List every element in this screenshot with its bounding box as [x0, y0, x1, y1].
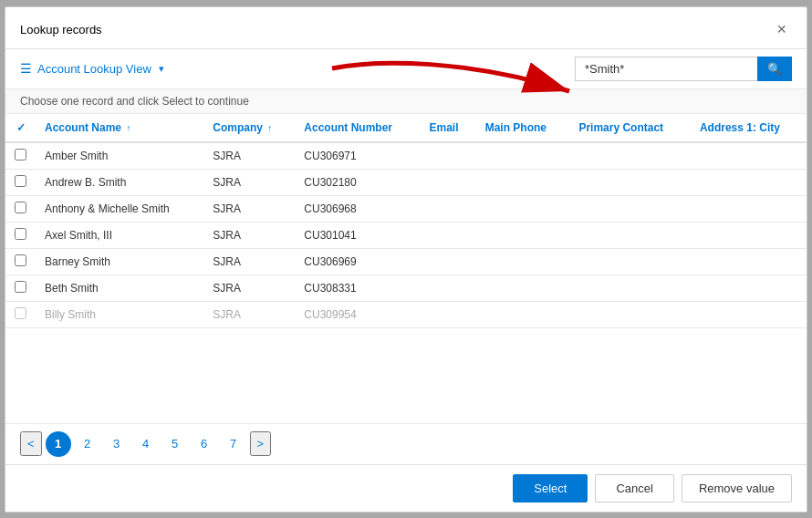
account-number-header[interactable]: Account Number: [295, 114, 420, 142]
pagination: < 1 2 3 4 5 6 7 >: [5, 423, 807, 464]
account-name-cell: Barney Smith: [36, 248, 203, 275]
row-checkbox[interactable]: [15, 254, 26, 266]
row-checkbox[interactable]: [15, 175, 26, 187]
table-row[interactable]: Amber Smith SJRA CU306971: [5, 142, 807, 170]
row-checkbox[interactable]: [15, 228, 26, 240]
main-phone-cell: [476, 169, 570, 195]
view-selector[interactable]: ☰ Account Lookup View ▾: [20, 61, 164, 76]
main-phone-cell: [476, 248, 570, 275]
row-checkbox-cell: [5, 195, 36, 222]
account-name-cell: Axel Smith, III: [36, 222, 203, 248]
email-header[interactable]: Email: [421, 114, 476, 142]
row-checkbox-cell: [5, 222, 36, 248]
account-number-cell: CU306971: [295, 142, 420, 170]
main-phone-cell: [476, 195, 570, 222]
sort-icon: ↑: [267, 123, 272, 133]
address-city-cell: [691, 222, 807, 248]
row-checkbox[interactable]: [15, 202, 26, 213]
cancel-button[interactable]: Cancel: [595, 474, 673, 502]
page-6-button[interactable]: 6: [192, 432, 217, 455]
account-name-cell: Beth Smith: [36, 275, 203, 301]
close-button[interactable]: ×: [771, 18, 792, 41]
table-container: ✓ Account Name ↑ Company ↑ Account Numbe…: [5, 114, 807, 423]
email-cell: [421, 222, 476, 248]
table-row[interactable]: Billy Smith SJRA CU309954: [5, 301, 807, 327]
company-cell: SJRA: [203, 195, 295, 222]
page-4-button[interactable]: 4: [133, 432, 159, 455]
select-button[interactable]: Select: [513, 474, 588, 502]
address-city-cell: [691, 275, 807, 301]
account-name-cell: Anthony & Michelle Smith: [36, 195, 203, 222]
table-header-row: ✓ Account Name ↑ Company ↑ Account Numbe…: [5, 114, 807, 142]
account-number-cell: CU302180: [295, 169, 420, 195]
remove-value-button[interactable]: Remove value: [682, 474, 792, 502]
main-phone-cell: [476, 275, 570, 301]
email-cell: [421, 275, 476, 301]
list-icon: ☰: [20, 61, 32, 76]
company-cell: SJRA: [203, 142, 295, 170]
next-page-button[interactable]: >: [250, 431, 272, 456]
page-3-button[interactable]: 3: [104, 432, 130, 455]
table-row[interactable]: Beth Smith SJRA CU308331: [5, 275, 807, 301]
main-phone-header[interactable]: Main Phone: [476, 114, 570, 142]
primary-contact-header[interactable]: Primary Contact: [569, 114, 691, 142]
toolbar: ☰ Account Lookup View ▾ 🔍: [5, 49, 807, 89]
email-cell: [421, 248, 476, 275]
row-checkbox-cell: [5, 169, 36, 195]
company-cell: SJRA: [203, 248, 295, 275]
row-checkbox-cell: [5, 301, 36, 327]
account-name-header[interactable]: Account Name ↑: [36, 114, 203, 142]
checkmark-icon: ✓: [16, 121, 26, 134]
row-checkbox-cell: [5, 275, 36, 301]
address-city-cell: [691, 169, 807, 195]
address-city-cell: [691, 142, 807, 170]
account-name-cell: Andrew B. Smith: [36, 169, 203, 195]
main-phone-cell: [476, 222, 570, 248]
account-name-cell: Amber Smith: [36, 142, 203, 170]
row-checkbox-cell: [5, 248, 36, 275]
account-number-cell: CU301041: [295, 222, 420, 248]
company-cell: SJRA: [203, 222, 295, 248]
email-cell: [421, 195, 476, 222]
view-label: Account Lookup View: [37, 62, 151, 76]
table-row[interactable]: Barney Smith SJRA CU306969: [5, 248, 807, 275]
search-button[interactable]: 🔍: [757, 57, 792, 81]
table-row[interactable]: Anthony & Michelle Smith SJRA CU306968: [5, 195, 807, 222]
lookup-modal: Lookup records × ☰ Account Lookup View ▾…: [5, 6, 807, 513]
main-phone-cell: [476, 142, 570, 170]
table-row[interactable]: Andrew B. Smith SJRA CU302180: [5, 169, 807, 195]
email-cell: [421, 169, 476, 195]
row-checkbox-cell: [5, 142, 36, 170]
page-7-button[interactable]: 7: [221, 432, 246, 455]
prev-page-button[interactable]: <: [20, 431, 42, 456]
address-city-cell: [691, 248, 807, 275]
company-cell: SJRA: [203, 169, 295, 195]
search-area: 🔍: [575, 57, 792, 81]
table-row[interactable]: Axel Smith, III SJRA CU301041: [5, 222, 807, 248]
modal-footer: Select Cancel Remove value: [5, 464, 807, 512]
address-city-cell: [691, 195, 807, 222]
account-number-cell: CU306969: [295, 248, 420, 275]
primary-contact-cell: [569, 195, 691, 222]
address-city-header[interactable]: Address 1: City: [691, 114, 807, 142]
instruction-text: Choose one record and click Select to co…: [5, 89, 807, 114]
modal-header: Lookup records ×: [5, 7, 807, 49]
company-header[interactable]: Company ↑: [203, 114, 295, 142]
page-2-button[interactable]: 2: [75, 432, 100, 455]
company-cell: SJRA: [203, 275, 295, 301]
primary-contact-cell: [569, 248, 691, 275]
email-cell: [421, 142, 476, 170]
page-5-button[interactable]: 5: [162, 432, 188, 455]
row-checkbox[interactable]: [15, 307, 26, 319]
primary-contact-cell: [569, 301, 691, 327]
row-checkbox[interactable]: [15, 281, 26, 293]
row-checkbox[interactable]: [15, 149, 26, 161]
table-body: Amber Smith SJRA CU306971 Andrew B. Smit…: [5, 142, 807, 328]
page-1-button[interactable]: 1: [46, 431, 71, 457]
search-input[interactable]: [575, 57, 757, 81]
search-icon: 🔍: [767, 62, 782, 76]
modal-title: Lookup records: [20, 23, 102, 36]
account-number-cell: CU308331: [295, 275, 420, 301]
check-header: ✓: [5, 114, 36, 142]
email-cell: [421, 301, 476, 327]
